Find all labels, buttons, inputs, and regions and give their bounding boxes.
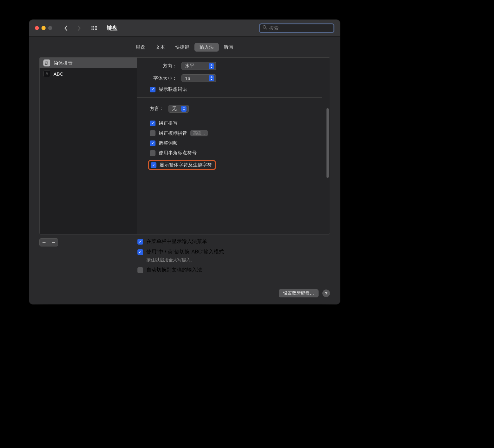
correct-spelling-checkbox[interactable]: ✓ (150, 121, 155, 126)
divider (137, 97, 322, 98)
switch-abc-checkbox[interactable]: ✓ (137, 249, 143, 255)
show-trad-label: 显示繁体字符及生僻字符 (160, 162, 212, 168)
svg-rect-3 (96, 26, 97, 27)
direction-label: 方向： (150, 63, 177, 69)
search-icon (263, 25, 267, 31)
sidebar-item-pinyin[interactable]: 拼 简体拼音 (40, 58, 137, 68)
tab-text[interactable]: 文本 (150, 43, 170, 52)
fontsize-value: 16 (185, 76, 190, 81)
pinyin-icon: 拼 (43, 59, 50, 66)
halfwidth-punct-checkbox[interactable] (150, 150, 155, 156)
minimize-button[interactable] (41, 26, 46, 30)
sidebar-item-abc[interactable]: A ABC (40, 68, 137, 79)
bluetooth-button[interactable]: 设置蓝牙键盘… (279, 289, 319, 297)
correct-spelling-label: 纠正拼写 (159, 120, 178, 126)
adjust-freq-checkbox[interactable]: ✓ (150, 140, 155, 146)
tab-keyboard[interactable]: 键盘 (131, 43, 150, 52)
global-options: ✓ 在菜单栏中显示输入法菜单 ✓ 使用"中 / 英"键切换"ABC"输入模式 按… (137, 238, 330, 277)
dialect-value: 无 (172, 106, 177, 112)
svg-rect-7 (96, 28, 97, 28)
preferences-window: 键盘 键盘 文本 快捷键 输入法 听写 拼 简体拼音 A ABC (29, 20, 340, 304)
forward-button[interactable] (74, 24, 85, 33)
chevron-updown-icon (209, 75, 214, 81)
input-source-settings: 方向： 水平 字体大小： 16 ✓ 显示联想词语 (137, 58, 330, 234)
show-trad-checkbox[interactable]: ✓ (151, 162, 156, 168)
switch-abc-label: 使用"中 / 英"键切换"ABC"输入模式 (146, 249, 224, 255)
search-input[interactable] (269, 25, 331, 31)
adjust-freq-label: 调整词频 (159, 140, 178, 146)
fontsize-label: 字体大小： (150, 75, 177, 81)
below-panel: ＋ − ✓ 在菜单栏中显示输入法菜单 ✓ 使用"中 / 英"键切换"ABC"输入… (39, 238, 330, 277)
search-field[interactable] (259, 23, 334, 33)
zoom-button[interactable] (48, 26, 52, 30)
correct-fuzzy-label: 纠正模糊拼音 (159, 130, 187, 136)
close-button[interactable] (35, 26, 39, 30)
svg-rect-8 (92, 29, 92, 30)
remove-button[interactable]: − (49, 239, 58, 246)
highlight-annotation: ✓ 显示繁体字符及生僻字符 (148, 160, 216, 170)
titlebar: 键盘 (29, 20, 340, 37)
halfwidth-punct-label: 使用半角标点符号 (159, 150, 197, 156)
svg-rect-1 (93, 26, 94, 27)
svg-rect-11 (96, 29, 97, 30)
direction-select[interactable]: 水平 (181, 62, 216, 70)
show-suggestions-label: 显示联想词语 (159, 86, 187, 92)
direction-value: 水平 (185, 63, 194, 69)
help-button[interactable]: ? (322, 289, 330, 297)
correct-fuzzy-checkbox[interactable] (150, 130, 155, 136)
sidebar-item-label: 简体拼音 (54, 60, 73, 66)
add-button[interactable]: ＋ (40, 239, 49, 246)
settings-panel: 拼 简体拼音 A ABC 方向： 水平 字体大小： (39, 57, 330, 234)
svg-rect-9 (93, 29, 94, 30)
svg-rect-4 (92, 28, 92, 28)
back-button[interactable] (60, 24, 71, 33)
footer: 设置蓝牙键盘… ? (29, 283, 340, 304)
svg-rect-0 (92, 26, 92, 27)
svg-line-13 (266, 28, 267, 29)
fontsize-select[interactable]: 16 (181, 74, 216, 82)
scrollbar[interactable] (326, 108, 329, 178)
advanced-button[interactable]: 高级… (190, 130, 208, 136)
show-suggestions-checkbox[interactable]: ✓ (150, 87, 155, 92)
dialect-select[interactable]: 无 (168, 105, 189, 113)
menubar-label: 在菜单栏中显示输入法菜单 (146, 238, 207, 245)
auto-switch-checkbox[interactable] (137, 267, 143, 273)
input-source-list: 拼 简体拼音 A ABC (40, 58, 137, 234)
sidebar-item-label: ABC (54, 71, 63, 77)
window-title: 键盘 (107, 24, 117, 32)
svg-rect-2 (95, 26, 96, 27)
svg-rect-6 (95, 28, 96, 28)
abc-icon: A (43, 70, 50, 77)
tab-dictation[interactable]: 听写 (219, 43, 238, 52)
traffic-lights (35, 26, 52, 30)
chevron-updown-icon (209, 63, 214, 69)
tab-bar: 键盘 文本 快捷键 输入法 听写 (131, 43, 238, 52)
chevron-updown-icon (181, 106, 187, 112)
auto-switch-label: 自动切换到文稿的输入法 (146, 267, 202, 273)
dialect-label: 方言： (150, 106, 164, 112)
add-remove-buttons: ＋ − (39, 238, 58, 246)
window-body: 键盘 文本 快捷键 输入法 听写 拼 简体拼音 A ABC 方向： (29, 37, 340, 283)
show-all-icon[interactable] (92, 26, 98, 30)
switch-abc-sub: 按住以启用全大写键入。 (146, 257, 330, 263)
svg-rect-5 (93, 28, 94, 28)
tab-input-sources[interactable]: 输入法 (194, 43, 219, 52)
svg-rect-10 (95, 29, 96, 30)
menubar-checkbox[interactable]: ✓ (137, 239, 143, 245)
tab-shortcuts[interactable]: 快捷键 (170, 43, 194, 52)
